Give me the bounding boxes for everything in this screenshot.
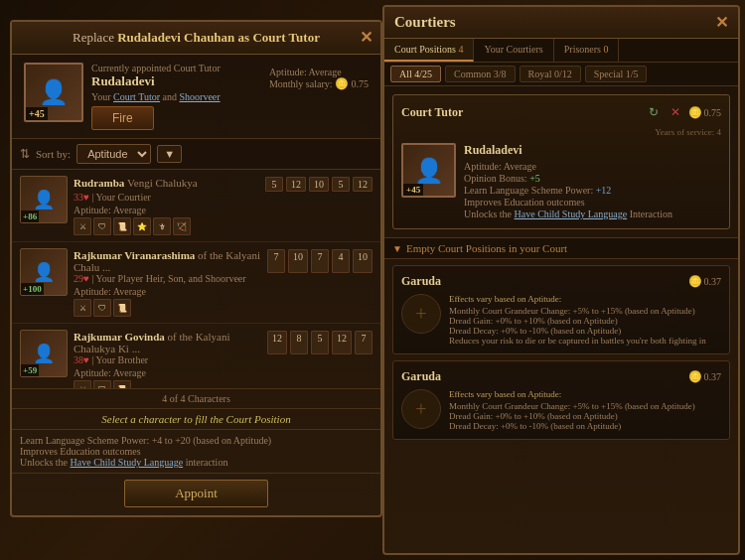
position-name-1: Garuda [401,369,441,384]
remove-icon[interactable]: ✕ [667,103,684,121]
filter-all[interactable]: All 4/25 [390,66,441,82]
char-icon-sm: 🗡 [153,217,171,235]
sort-dropdown[interactable]: Aptitude [76,144,151,164]
position-card-0: Garuda 🪙 0.37 + Effects vary based on Ap… [392,265,730,354]
appoint-button[interactable]: Appoint [124,480,268,507]
list-item[interactable]: 👤 +86 Rudramba Vengi Chalukya 5 12 10 5 … [12,170,380,242]
court-tutor-details: Rudaladevi Aptitude: Average Opinion Bon… [464,143,721,220]
position-card-1: Garuda 🪙 0.37 + Effects vary based on Ap… [392,360,730,440]
filter-bar: All 4/25 Common 3/8 Royal 0/12 Special 1… [384,63,738,86]
char-icons-1: ⚔ 🛡 📜 [74,299,372,317]
effect-0-2: Dread Decay: +0% to -10% (based on Aptit… [449,326,721,336]
appt-label: Currently appointed Court Tutor [91,63,261,73]
left-panel-header: Replace Rudaladevi Chauhan as Court Tuto… [12,22,380,55]
refresh-icon[interactable]: ↻ [645,103,663,121]
position-icon-1[interactable]: + [401,389,441,429]
stat-2-0: 12 [267,331,287,354]
position-name-0: Garuda [401,274,441,289]
char-stats-row-0: Rudramba Vengi Chalukya 5 12 10 5 12 [74,177,372,192]
filter-royal[interactable]: Royal 0/12 [520,66,581,82]
aptitude-label: Aptitude: Average [269,67,369,77]
char-icon-sm: 📜 [113,299,131,317]
benefit-link[interactable]: Have Child Study Language [71,457,184,468]
char-relation-0: 33♥ | Your Courtier [74,192,372,203]
court-tutor-badge: +45 [403,184,423,196]
stat-0-4: 12 [353,177,372,192]
courtiers-title: Courtiers [394,14,456,31]
appt-relation-prefix: Your [91,91,113,102]
char-icon-sm: ⚔ [74,380,91,388]
character-name-highlight: Rudaladevi [117,30,181,45]
courtiers-panel-inner: Courtiers ✕ Court Positions 4 Your Court… [384,7,738,553]
benefit-0: Learn Language Scheme Power: +4 to +20 (… [20,435,372,446]
tab-prisoners[interactable]: Prisoners 0 [554,39,620,62]
char-relation-1: 29♥ | Your Player Heir, Son, and Shoorve… [74,273,372,284]
stat-0-2: 10 [309,177,329,192]
position-icon-0[interactable]: + [401,294,441,334]
char-icons-0: ⚔ 🛡 📜 ⭐ 🗡 🏹 [74,217,372,235]
selection-hint: Select a character to fill the Court Pos… [12,408,380,429]
position-salary-0: 🪙 0.37 [688,275,722,288]
appointed-avatar: 👤 +45 [24,63,83,122]
tutor-opinion: Opinion Bonus: +5 [464,173,721,184]
tab-court-positions[interactable]: Court Positions 4 [384,39,474,62]
empty-positions-header: ▼ Empty Court Positions in your Court [384,237,738,259]
sort-bar: ⇅ Sort by: Aptitude ▼ [12,139,380,170]
benefit-1: Improves Education outcomes [20,446,372,457]
sort-filter-button[interactable]: ▼ [157,145,182,163]
char-icon-sm: 🛡 [93,380,111,388]
appt-name: Rudaladevi [91,73,261,89]
stat-0-3: 5 [332,177,350,192]
filter-special[interactable]: Special 1/5 [585,66,648,82]
sort-label: Sort by: [36,148,71,160]
char-avatar-1: 👤 +100 [20,248,68,296]
stat-2-1: 8 [290,331,308,354]
stat-1-0: 7 [267,249,285,273]
court-tutor-salary: 🪙 0.75 [688,106,722,119]
effect-title-0: Effects vary based on Aptitude: [449,294,721,304]
left-panel-close-button[interactable]: ✕ [360,28,372,47]
stat-0-1: 12 [286,177,306,192]
sort-icon: ⇅ [20,147,30,162]
courtiers-header: Courtiers ✕ [384,7,738,39]
stat-0-0: 5 [265,177,283,192]
years-of-service: Years of service: 4 [655,127,721,137]
pagination-info: 4 of 4 Characters [12,388,380,408]
appt-relations: Your Court Tutor and Shoorveer [91,91,261,102]
stat-2-4: 7 [355,331,372,354]
character-list: 👤 +86 Rudramba Vengi Chalukya 5 12 10 5 … [12,170,380,388]
list-item[interactable]: 👤 +59 Rajkumar Govinda of the Kalyani Ch… [12,324,380,388]
stat-1-1: 10 [288,249,308,273]
benefits-section: Learn Language Scheme Power: +4 to +20 (… [12,429,380,473]
char-icons-2: ⚔ 🛡 📜 [74,380,372,388]
shoorveer-link[interactable]: Shoorveer [179,91,220,102]
tutor-education: Improves Education outcomes [464,197,721,208]
effect-1-1: Dread Gain: +0% to +10% (based on Aptitu… [449,411,721,421]
court-tutor-link[interactable]: Court Tutor [113,91,160,102]
stat-1-2: 7 [311,249,329,273]
court-tutor-actions: ↻ ✕ 🪙 0.75 [645,103,722,121]
char-icon-sm: 🛡 [93,217,111,235]
replace-character-panel: Replace Rudaladevi Chauhan as Court Tuto… [10,20,382,517]
effect-1-2: Dread Decay: +0% to -10% (based on Aptit… [449,421,721,431]
courtiers-tab-bar: Court Positions 4 Your Courtiers Prisone… [384,39,738,63]
current-appointment-section: 👤 +45 Currently appointed Court Tutor Ru… [12,55,380,139]
have-child-link[interactable]: Have Child Study Language [515,209,628,219]
char-icon-sm: 📜 [113,217,131,235]
tab-your-courtiers[interactable]: Your Courtiers [474,39,553,62]
char-aptitude-0: Aptitude: Average [74,205,372,215]
stat-2-2: 5 [311,331,329,354]
coin-icon: 🪙 [688,275,702,288]
court-tutor-title: Court Tutor [401,105,463,120]
effect-title-1: Effects vary based on Aptitude: [449,389,721,399]
empty-positions-title: Empty Court Positions in your Court [406,242,567,254]
char-icon-sm: ⚔ [74,299,91,317]
court-tutor-body: 👤 +45 Rudaladevi Aptitude: Average Opini… [401,143,721,220]
filter-common[interactable]: Common 3/8 [445,66,516,82]
char-aptitude-2: Aptitude: Average [74,367,372,378]
fire-button[interactable]: Fire [91,106,154,130]
courtiers-close-button[interactable]: ✕ [715,13,728,32]
list-item[interactable]: 👤 +100 Rajkumar Viranarashima of the Kal… [12,242,380,324]
char-avatar-0: 👤 +86 [20,176,68,223]
char-info-1: Rajkumar Viranarashima of the Kalyani Ch… [74,248,372,317]
